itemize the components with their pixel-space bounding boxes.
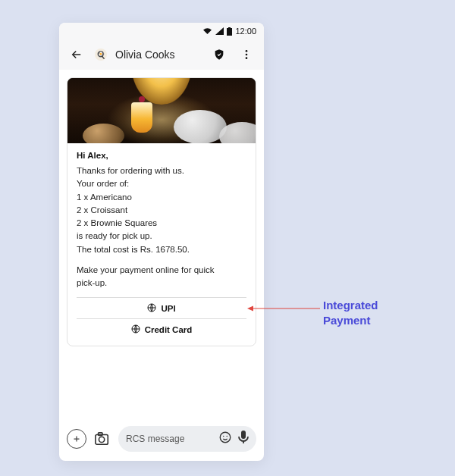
msg-line: Thanks for ordering with us. — [77, 164, 246, 177]
clock-text: 12:00 — [235, 27, 256, 36]
wifi-icon — [202, 27, 212, 35]
annotation-label: Integrated Payment — [323, 298, 378, 327]
svg-rect-9 — [96, 435, 108, 445]
msg-line: 1 x Americano — [77, 191, 246, 204]
svg-rect-15 — [241, 431, 246, 439]
annotation-line: Integrated — [323, 298, 378, 313]
battery-icon — [227, 27, 232, 36]
svg-marker-18 — [247, 306, 253, 312]
sender-avatar[interactable]: 🍳 — [94, 48, 108, 61]
signal-icon — [215, 27, 224, 35]
back-icon[interactable] — [67, 45, 86, 64]
svg-text:🍳: 🍳 — [96, 50, 106, 60]
composer: RCS message — [59, 423, 264, 461]
status-bar: 12:00 — [59, 23, 264, 39]
msg-line: 2 x Brownie Squares — [77, 217, 246, 230]
svg-point-10 — [99, 437, 104, 442]
add-button[interactable] — [67, 429, 86, 449]
svg-rect-1 — [228, 27, 231, 29]
pay-card-label: Credit Card — [145, 325, 193, 334]
msg-line: Make your payment online for quick — [77, 264, 246, 277]
message-placeholder: RCS message — [126, 434, 212, 444]
pay-upi-label: UPI — [161, 304, 175, 313]
svg-point-13 — [223, 436, 224, 437]
order-summary: Thanks for ordering with us. Your order … — [77, 164, 246, 256]
svg-rect-0 — [227, 28, 232, 36]
chat-content: Hi Alex, Thanks for ordering with us. Yo… — [59, 70, 264, 423]
verified-shield-icon — [209, 45, 229, 64]
annotation-line: Payment — [323, 313, 378, 328]
greeting-text: Hi Alex, — [77, 151, 246, 160]
msg-line: Your order of: — [77, 177, 246, 190]
svg-point-4 — [246, 50, 248, 52]
msg-line: 2 x Croissant — [77, 204, 246, 217]
more-menu-icon[interactable] — [237, 45, 256, 64]
msg-line: pick-up. — [77, 277, 246, 290]
svg-point-12 — [220, 432, 231, 443]
msg-line: is ready for pick up. — [77, 230, 246, 243]
card-hero-image — [67, 78, 256, 143]
annotation-arrow — [247, 305, 320, 312]
camera-icon[interactable] — [93, 429, 112, 449]
pay-card-button[interactable]: Credit Card — [77, 318, 246, 340]
pay-upi-button[interactable]: UPI — [77, 297, 246, 318]
mic-icon[interactable] — [238, 431, 249, 447]
globe-icon — [147, 303, 156, 314]
svg-point-14 — [227, 436, 228, 437]
svg-rect-11 — [99, 433, 102, 436]
chat-title[interactable]: Olivia Cooks — [115, 49, 202, 61]
message-input[interactable]: RCS message — [118, 426, 256, 452]
emoji-icon[interactable] — [218, 431, 232, 447]
chat-header: 🍳 Olivia Cooks — [59, 39, 264, 70]
payment-prompt: Make your payment online for quick pick-… — [77, 264, 246, 290]
msg-line: The total cost is Rs. 1678.50. — [77, 243, 246, 256]
svg-point-6 — [246, 57, 248, 59]
svg-point-5 — [246, 54, 248, 56]
globe-icon — [131, 324, 140, 335]
phone-frame: 12:00 🍳 Olivia Cooks — [59, 23, 264, 461]
rich-card: Hi Alex, Thanks for ordering with us. Yo… — [67, 77, 256, 346]
card-body: Hi Alex, Thanks for ordering with us. Yo… — [67, 143, 256, 346]
